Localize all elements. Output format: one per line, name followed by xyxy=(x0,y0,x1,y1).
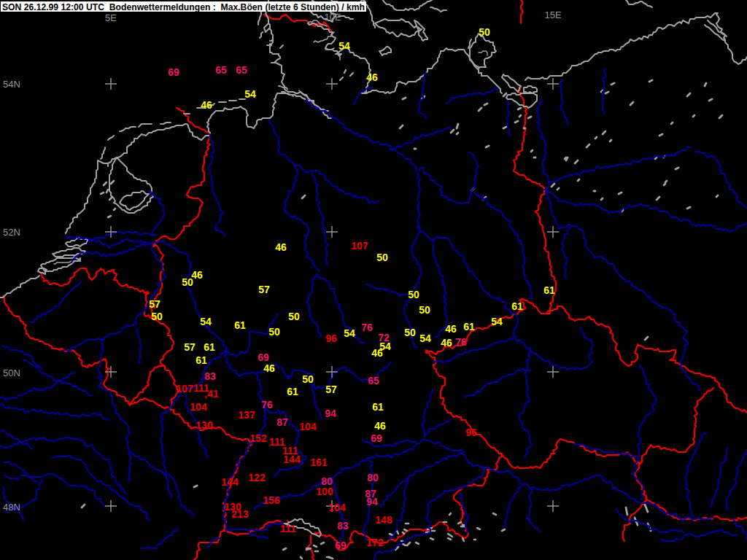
svg-text:54: 54 xyxy=(244,88,256,100)
svg-text:46: 46 xyxy=(263,362,275,374)
svg-text:144: 144 xyxy=(283,454,301,465)
svg-text:76: 76 xyxy=(361,322,373,333)
svg-text:50N: 50N xyxy=(3,368,20,378)
svg-text:61: 61 xyxy=(196,354,207,366)
svg-text:76: 76 xyxy=(261,399,273,411)
svg-text:83: 83 xyxy=(337,520,349,532)
svg-text:61: 61 xyxy=(463,321,475,332)
svg-text:46: 46 xyxy=(275,241,287,253)
svg-text:152: 152 xyxy=(249,432,267,444)
svg-text:80: 80 xyxy=(367,472,379,483)
svg-text:96: 96 xyxy=(325,332,337,344)
svg-text:50: 50 xyxy=(182,276,193,288)
svg-text:61: 61 xyxy=(204,341,215,353)
svg-text:61: 61 xyxy=(372,401,384,413)
svg-text:172: 172 xyxy=(366,537,384,548)
svg-text:61: 61 xyxy=(287,386,298,397)
svg-text:100: 100 xyxy=(316,486,333,497)
svg-text:50: 50 xyxy=(479,26,490,38)
svg-text:48N: 48N xyxy=(3,502,20,513)
svg-text:65: 65 xyxy=(236,64,247,76)
svg-text:54: 54 xyxy=(200,316,212,327)
svg-text:94: 94 xyxy=(366,496,378,508)
svg-text:10E: 10E xyxy=(324,12,341,23)
svg-text:46: 46 xyxy=(441,337,452,349)
svg-text:57: 57 xyxy=(149,298,160,310)
svg-text:50: 50 xyxy=(404,327,416,338)
svg-text:69: 69 xyxy=(371,432,382,444)
svg-text:87: 87 xyxy=(276,416,288,428)
svg-text:96: 96 xyxy=(465,427,477,438)
svg-text:104: 104 xyxy=(190,401,207,413)
svg-text:54: 54 xyxy=(344,327,355,339)
svg-text:50: 50 xyxy=(408,289,419,300)
svg-text:,41: ,41 xyxy=(204,388,219,400)
svg-text:46: 46 xyxy=(366,71,378,83)
svg-text:76: 76 xyxy=(455,336,467,348)
svg-text:15E: 15E xyxy=(544,9,561,20)
svg-text:69: 69 xyxy=(168,66,179,78)
svg-text:46: 46 xyxy=(445,323,457,335)
svg-text:69: 69 xyxy=(258,351,269,363)
svg-text:5E: 5E xyxy=(105,12,117,23)
svg-text:65: 65 xyxy=(368,375,379,386)
svg-text:213: 213 xyxy=(231,508,249,520)
svg-text:148: 148 xyxy=(375,514,392,526)
svg-text:57: 57 xyxy=(258,284,270,295)
svg-text:SON 26.12.99 12:00 UTC Bodenw: SON 26.12.99 12:00 UTC Bodenwettermeldun… xyxy=(2,1,365,12)
svg-text:107: 107 xyxy=(176,383,193,394)
svg-text:50: 50 xyxy=(376,252,388,263)
svg-text:50: 50 xyxy=(419,304,430,316)
svg-text:144: 144 xyxy=(221,476,239,488)
svg-text:137: 137 xyxy=(238,409,255,421)
svg-text:122: 122 xyxy=(248,472,266,483)
svg-text:50: 50 xyxy=(151,311,163,322)
svg-text:52N: 52N xyxy=(3,227,20,238)
svg-text:46: 46 xyxy=(371,347,383,359)
svg-text:50: 50 xyxy=(288,311,300,322)
svg-text:57: 57 xyxy=(184,341,196,353)
svg-text:107: 107 xyxy=(351,240,368,252)
svg-text:61: 61 xyxy=(511,300,523,312)
svg-text:54N: 54N xyxy=(3,79,20,90)
svg-text:156: 156 xyxy=(263,494,280,506)
svg-text:83: 83 xyxy=(204,370,216,382)
svg-text:57: 57 xyxy=(325,384,337,395)
svg-text:54: 54 xyxy=(491,316,503,327)
svg-text:104: 104 xyxy=(328,502,346,513)
svg-text:111: 111 xyxy=(280,523,296,534)
svg-text:54: 54 xyxy=(338,40,350,52)
svg-text:46: 46 xyxy=(374,420,386,432)
svg-text:61: 61 xyxy=(543,284,555,296)
svg-text:65: 65 xyxy=(215,64,227,76)
svg-text:94: 94 xyxy=(325,408,336,419)
svg-text:54: 54 xyxy=(419,332,431,344)
svg-text:104: 104 xyxy=(299,421,317,432)
svg-text:69: 69 xyxy=(335,540,347,551)
svg-text:161: 161 xyxy=(310,456,328,468)
svg-text:50: 50 xyxy=(302,373,314,385)
svg-text:50: 50 xyxy=(268,326,280,338)
svg-text:61: 61 xyxy=(234,319,246,331)
svg-text:130: 130 xyxy=(196,419,213,431)
svg-text:46: 46 xyxy=(201,99,212,111)
